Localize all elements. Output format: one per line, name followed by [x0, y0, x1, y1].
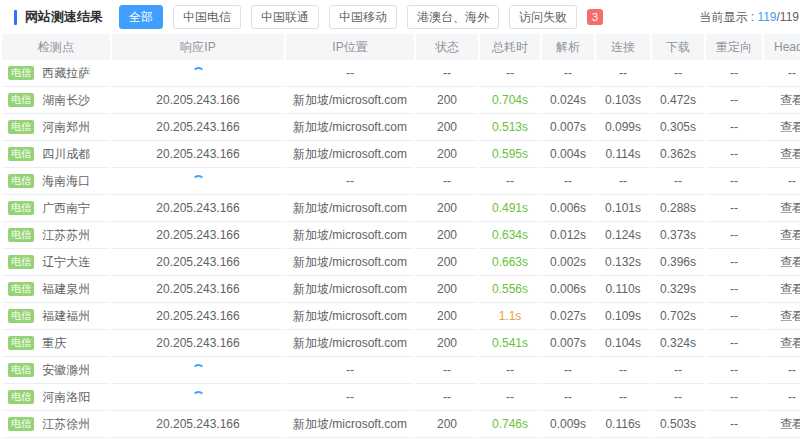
view-link: -- [788, 174, 796, 188]
dns-time: 0.007s [542, 330, 594, 357]
table-row: 电信 辽宁大连 20.205.243.166 新加坡/microsoft.com… [2, 249, 800, 276]
status-code: 200 [416, 411, 478, 438]
dns-time: -- [542, 60, 594, 87]
total-time: 0.595s [480, 141, 540, 168]
ip-location: -- [286, 168, 414, 195]
checkpoint-cell: 电信 安徽滁州 [2, 357, 110, 384]
total-time: 0.746s [480, 411, 540, 438]
filter-access-failed[interactable]: 访问失败 [509, 5, 577, 29]
carrier-badge: 电信 [8, 309, 34, 323]
action-cell: 查看 [764, 330, 800, 357]
toolbar: 网站测速结果 全部 中国电信 中国联通 中国移动 港澳台、海外 访问失败 3 当… [0, 0, 800, 34]
status-code: 200 [416, 87, 478, 114]
checkpoint-cell: 电信 西藏拉萨 [2, 60, 110, 87]
table-row: 电信 西藏拉萨 -- -- -- -- -- -- -- -- [2, 60, 800, 87]
carrier-badge: 电信 [8, 390, 34, 404]
view-link[interactable]: 查看 [780, 201, 800, 215]
table-row: 电信 广西南宁 20.205.243.166 新加坡/microsoft.com… [2, 195, 800, 222]
total-time: 0.541s [480, 330, 540, 357]
loading-spinner-icon [192, 67, 205, 80]
filter-all[interactable]: 全部 [119, 5, 163, 29]
view-link[interactable]: 查看 [780, 228, 800, 242]
redirect-time: -- [706, 249, 762, 276]
dns-time: 0.007s [542, 114, 594, 141]
status-code: 200 [416, 276, 478, 303]
checkpoint-cell: 电信 湖南长沙 [2, 87, 110, 114]
status-code: 200 [416, 222, 478, 249]
connect-time: 0.109s [596, 303, 650, 330]
response-ip-cell: 20.205.243.166 [112, 87, 284, 114]
current-display-count: 119 [757, 10, 776, 24]
status-code: 200 [416, 141, 478, 168]
view-link: -- [788, 363, 796, 377]
action-cell: -- [764, 384, 800, 411]
checkpoint-cell: 电信 江苏徐州 [2, 411, 110, 438]
action-cell: 查看 [764, 411, 800, 438]
dns-time: 0.024s [542, 87, 594, 114]
response-ip: 20.205.243.166 [156, 228, 239, 242]
dns-time: -- [542, 384, 594, 411]
view-link[interactable]: 查看 [780, 336, 800, 350]
dns-time: 0.002s [542, 249, 594, 276]
redirect-time: -- [706, 222, 762, 249]
column-header-connect: 连接 [596, 34, 650, 60]
carrier-badge: 电信 [8, 282, 34, 296]
view-link[interactable]: 查看 [780, 120, 800, 134]
carrier-badge: 电信 [8, 363, 34, 377]
ip-location: -- [286, 384, 414, 411]
carrier-badge: 电信 [8, 417, 34, 431]
view-link: -- [788, 390, 796, 404]
filter-china-telecom[interactable]: 中国电信 [173, 5, 241, 29]
ip-location: 新加坡/microsoft.com [286, 195, 414, 222]
checkpoint-cell: 电信 广西南宁 [2, 195, 110, 222]
title-marker [14, 10, 17, 25]
total-time: -- [480, 384, 540, 411]
view-link[interactable]: 查看 [780, 93, 800, 107]
failed-count-badge: 3 [587, 9, 603, 25]
view-link[interactable]: 查看 [780, 282, 800, 296]
checkpoint-cell: 电信 河南郑州 [2, 114, 110, 141]
filter-hmt-overseas[interactable]: 港澳台、海外 [407, 5, 499, 29]
dns-time: 0.027s [542, 303, 594, 330]
response-ip-cell: 20.205.243.166 [112, 276, 284, 303]
status-code: -- [416, 60, 478, 87]
view-link[interactable]: 查看 [780, 147, 800, 161]
status-code: 200 [416, 303, 478, 330]
redirect-time: -- [706, 357, 762, 384]
total-time: -- [480, 168, 540, 195]
total-time: 0.556s [480, 276, 540, 303]
redirect-time: -- [706, 411, 762, 438]
column-header-status: 状态 [416, 34, 478, 60]
response-ip-cell: 20.205.243.166 [112, 141, 284, 168]
total-time: 1.1s [480, 303, 540, 330]
download-time: -- [652, 384, 704, 411]
redirect-time: -- [706, 114, 762, 141]
table-row: 电信 安徽滁州 -- -- -- -- -- -- -- -- [2, 357, 800, 384]
checkpoint-name: 辽宁大连 [42, 255, 90, 269]
response-ip-cell: 20.205.243.166 [112, 195, 284, 222]
response-ip-cell: 20.205.243.166 [112, 303, 284, 330]
carrier-badge: 电信 [8, 147, 34, 161]
redirect-time: -- [706, 87, 762, 114]
carrier-badge: 电信 [8, 228, 34, 242]
connect-time: -- [596, 168, 650, 195]
filter-china-unicom[interactable]: 中国联通 [251, 5, 319, 29]
total-time: -- [480, 60, 540, 87]
checkpoint-cell: 电信 四川成都 [2, 141, 110, 168]
table-row: 电信 福建泉州 20.205.243.166 新加坡/microsoft.com… [2, 276, 800, 303]
connect-time: 0.101s [596, 195, 650, 222]
response-ip: 20.205.243.166 [156, 255, 239, 269]
connect-time: -- [596, 60, 650, 87]
view-link[interactable]: 查看 [780, 255, 800, 269]
download-time: 0.503s [652, 411, 704, 438]
view-link[interactable]: 查看 [780, 309, 800, 323]
view-link[interactable]: 查看 [780, 417, 800, 431]
download-time: 0.472s [652, 87, 704, 114]
carrier-badge: 电信 [8, 174, 34, 188]
dns-time: -- [542, 357, 594, 384]
ip-location: 新加坡/microsoft.com [286, 411, 414, 438]
column-header-response-ip: 响应IP [112, 34, 284, 60]
ip-location: 新加坡/microsoft.com [286, 141, 414, 168]
filter-china-mobile[interactable]: 中国移动 [329, 5, 397, 29]
download-time: 0.396s [652, 249, 704, 276]
